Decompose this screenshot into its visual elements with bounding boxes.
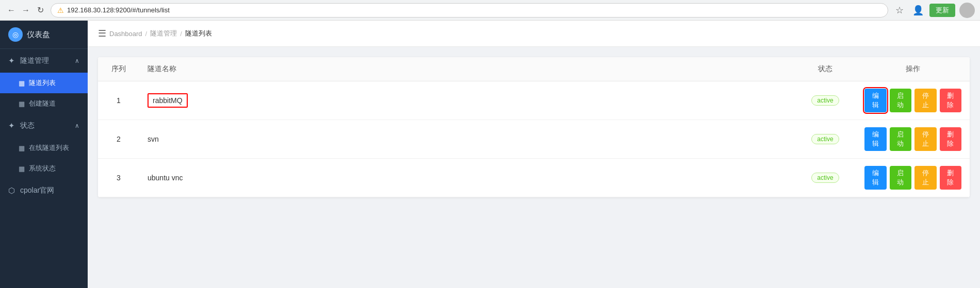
- row1-status-badge: active: [811, 95, 839, 106]
- sidebar-item-status[interactable]: ✦ 状态 ∧: [0, 114, 88, 138]
- sidebar-item-cpolar[interactable]: ⬡ cpolar官网: [0, 179, 88, 202]
- row2-action-group: 编辑 启动 停止 删除: [864, 127, 961, 151]
- update-button[interactable]: 更新: [929, 4, 955, 17]
- row1-delete-button[interactable]: 删除: [940, 89, 962, 112]
- col-header-num: 序列: [98, 57, 139, 81]
- row3-status-badge: active: [811, 173, 839, 183]
- tunnels-table: 序列 隧道名称 状态 操作 1 rabbitMQ: [98, 57, 970, 197]
- row3-delete-button[interactable]: 删除: [940, 166, 962, 190]
- row2-edit-button[interactable]: 编辑: [864, 127, 887, 151]
- online-tunnels-icon: ▦: [19, 144, 25, 152]
- sidebar-item-tunnel-list[interactable]: ▦ 隧道列表: [0, 73, 88, 93]
- nav-buttons: ← → ↻: [5, 4, 46, 16]
- row2-delete-button[interactable]: 删除: [940, 127, 962, 151]
- col-header-actions: 操作: [856, 57, 970, 81]
- back-button[interactable]: ←: [5, 4, 18, 16]
- row1-edit-button[interactable]: 编辑: [864, 89, 887, 112]
- table-body: 1 rabbitMQ active 编辑 启动: [98, 81, 970, 197]
- online-tunnels-label: 在线隧道列表: [29, 143, 69, 153]
- create-tunnel-label: 创建隧道: [29, 99, 56, 108]
- table-row: 2 svn active 编辑 启动 停止 删除: [98, 120, 970, 159]
- logo-icon: ◎: [8, 27, 23, 42]
- avatar: [959, 3, 975, 18]
- row1-stop-button[interactable]: 停止: [914, 89, 937, 112]
- table-row: 3 ubuntu vnc active 编辑 启动 停止 删除: [98, 159, 970, 197]
- breadcrumb-sep-2: /: [180, 30, 182, 38]
- sidebar-item-tunnel-management[interactable]: ✦ 隧道管理 ∧: [0, 49, 88, 73]
- cpolar-label: cpolar官网: [20, 186, 54, 195]
- row2-name: svn: [139, 120, 794, 159]
- row2-actions: 编辑 启动 停止 删除: [856, 120, 970, 159]
- main-content: ☰ Dashboard / 隧道管理 / 隧道列表 序列 隧道名称 状态 操作: [88, 21, 980, 288]
- create-tunnel-icon: ▦: [19, 100, 25, 108]
- logo-text: 仪表盘: [27, 30, 50, 40]
- row2-start-button[interactable]: 启动: [890, 127, 912, 151]
- row1-actions: 编辑 启动 停止 删除: [856, 81, 970, 120]
- status-chevron-icon: ∧: [75, 122, 79, 129]
- breadcrumb-bar: ☰ Dashboard / 隧道管理 / 隧道列表: [88, 21, 980, 47]
- browser-chrome: ← → ↻ ⚠ 192.168.30.128:9200/#/tunnels/li…: [0, 0, 980, 21]
- row1-num: 1: [98, 81, 139, 120]
- col-header-name: 隧道名称: [139, 57, 794, 81]
- sidebar-item-left: ✦ 隧道管理: [8, 56, 49, 65]
- status-icon: ✦: [8, 121, 15, 130]
- security-warning-icon: ⚠: [57, 6, 64, 14]
- sidebar-item-create-tunnel[interactable]: ▦ 创建隧道: [0, 93, 88, 114]
- row3-status: active: [794, 159, 856, 197]
- col-header-status: 状态: [794, 57, 856, 81]
- sidebar: ◎ 仪表盘 ✦ 隧道管理 ∧ ▦ 隧道列表 ▦ 创建隧道 ✦ 状态: [0, 21, 88, 288]
- table-card: 序列 隧道名称 状态 操作 1 rabbitMQ: [98, 57, 970, 197]
- row3-name: ubuntu vnc: [139, 159, 794, 197]
- menu-toggle-icon[interactable]: ☰: [98, 28, 106, 39]
- content-area: 序列 隧道名称 状态 操作 1 rabbitMQ: [88, 47, 980, 288]
- row3-num: 3: [98, 159, 139, 197]
- row2-num: 2: [98, 120, 139, 159]
- sidebar-logo[interactable]: ◎ 仪表盘: [0, 21, 88, 49]
- row3-stop-button[interactable]: 停止: [914, 166, 937, 190]
- row3-start-button[interactable]: 启动: [890, 166, 912, 190]
- breadcrumb-tunnel-list: 隧道列表: [185, 29, 212, 38]
- row3-edit-button[interactable]: 编辑: [864, 166, 887, 190]
- row1-action-group: 编辑 启动 停止 删除: [864, 89, 961, 112]
- tunnel-list-icon: ▦: [19, 79, 25, 87]
- table-header: 序列 隧道名称 状态 操作: [98, 57, 970, 81]
- cpolar-icon: ⬡: [8, 186, 15, 195]
- sidebar-item-status-left: ✦ 状态: [8, 121, 35, 130]
- address-bar[interactable]: ⚠ 192.168.30.128:9200/#/tunnels/list: [51, 3, 888, 18]
- bookmark-button[interactable]: ☆: [892, 3, 907, 18]
- row1-start-button[interactable]: 启动: [890, 89, 912, 112]
- row3-actions: 编辑 启动 停止 删除: [856, 159, 970, 197]
- system-status-label: 系统状态: [29, 164, 56, 173]
- sidebar-item-system-status[interactable]: ▦ 系统状态: [0, 158, 88, 179]
- breadcrumb-dashboard: Dashboard: [109, 30, 142, 38]
- tunnel-management-label: 隧道管理: [20, 56, 49, 65]
- row3-action-group: 编辑 启动 停止 删除: [864, 166, 961, 190]
- url-text: 192.168.30.128:9200/#/tunnels/list: [67, 6, 881, 14]
- chevron-up-icon: ∧: [75, 57, 79, 64]
- profile-button[interactable]: 👤: [911, 3, 925, 18]
- row1-status: active: [794, 81, 856, 120]
- row1-name: rabbitMQ: [139, 81, 794, 120]
- row1-name-text: rabbitMQ: [148, 93, 188, 108]
- status-label: 状态: [20, 121, 35, 130]
- breadcrumb-sep-1: /: [145, 30, 148, 38]
- row2-status: active: [794, 120, 856, 159]
- forward-button[interactable]: →: [20, 4, 32, 16]
- tunnel-management-icon: ✦: [8, 56, 15, 65]
- row2-stop-button[interactable]: 停止: [914, 127, 937, 151]
- reload-button[interactable]: ↻: [34, 4, 46, 16]
- tunnel-list-label: 隧道列表: [29, 78, 56, 88]
- browser-action-bar: ☆ 👤 更新: [892, 3, 975, 18]
- system-status-icon: ▦: [19, 165, 25, 173]
- row2-status-badge: active: [811, 134, 839, 144]
- app-container: ◎ 仪表盘 ✦ 隧道管理 ∧ ▦ 隧道列表 ▦ 创建隧道 ✦ 状态: [0, 21, 980, 288]
- table-row: 1 rabbitMQ active 编辑 启动: [98, 81, 970, 120]
- breadcrumb-tunnel-management: 隧道管理: [150, 29, 177, 38]
- sidebar-item-online-tunnels[interactable]: ▦ 在线隧道列表: [0, 138, 88, 158]
